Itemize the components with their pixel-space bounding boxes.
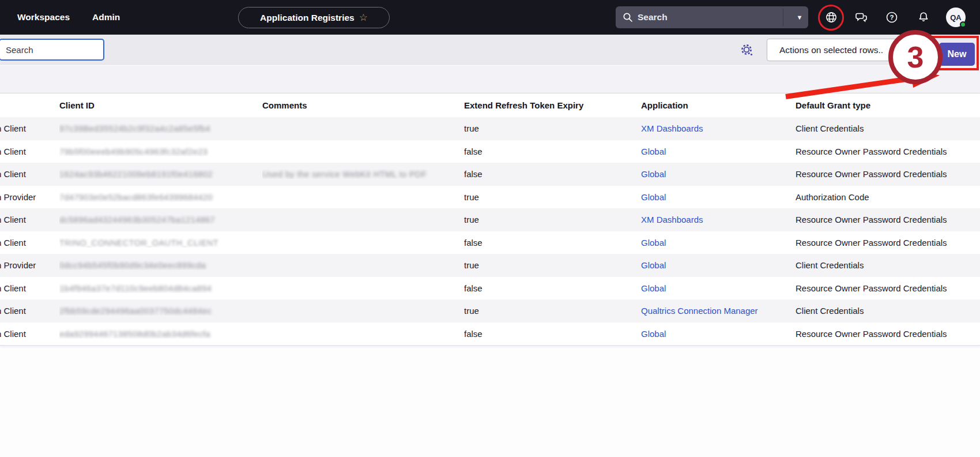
application-link[interactable]: Global xyxy=(641,260,666,270)
cell-type: h Client xyxy=(0,123,59,133)
cell-client-id: 1b4f946a37e7d110c9eeb804d84ca894 xyxy=(59,283,262,293)
cell-extend-refresh-token-expiry: true xyxy=(464,260,641,270)
page-toolbar: Actions on selected rows.. New xyxy=(0,35,980,65)
table-search-input[interactable] xyxy=(0,39,104,61)
cell-application: Global xyxy=(641,260,796,270)
globe-icon[interactable] xyxy=(819,0,844,35)
toolbar-substrip xyxy=(0,65,980,93)
cell-type: h Client xyxy=(0,329,59,339)
search-divider xyxy=(783,9,783,26)
table-row[interactable]: h Client1b4f946a37e7d110c9eeb804d84ca894… xyxy=(0,277,980,300)
avatar-initials: QA xyxy=(950,13,962,22)
nav-item-admin[interactable]: Admin xyxy=(92,0,120,35)
cell-default-grant-type: Authorization Code xyxy=(796,192,980,202)
cell-type: h Client xyxy=(0,238,59,248)
new-button[interactable]: New xyxy=(939,43,975,66)
cell-default-grant-type: Resource Owner Password Credentials xyxy=(796,283,980,293)
application-link[interactable]: Qualtrics Connection Manager xyxy=(641,306,758,316)
table-row[interactable]: h Clientdc5896ad43244963b305247ba1214867… xyxy=(0,208,980,231)
bell-icon[interactable] xyxy=(911,0,936,35)
cell-default-grant-type: Resource Owner Password Credentials xyxy=(796,238,980,248)
global-search-input[interactable] xyxy=(638,12,770,23)
favorite-star-icon[interactable]: ☆ xyxy=(359,12,368,24)
cell-application: Global xyxy=(641,169,796,179)
gear-icon[interactable] xyxy=(740,43,755,58)
cell-type: h Client xyxy=(0,283,59,293)
cell-type: h Client xyxy=(0,306,59,316)
cell-client-id: dc5896ad43244963b305247ba1214867 xyxy=(59,215,262,224)
cell-application: Global xyxy=(641,283,796,293)
application-link[interactable]: Global xyxy=(641,192,666,202)
application-registries-table: Client ID Comments Extend Refresh Token … xyxy=(0,93,980,346)
cell-client-id: 2fbb59cde294496aa0037750dc4484ec xyxy=(59,306,262,316)
cell-application: Global xyxy=(641,238,796,248)
table-row[interactable]: h Provider0dcc94b545f0b90d9c34e0eec899cd… xyxy=(0,254,980,277)
cell-extend-refresh-token-expiry: true xyxy=(464,192,641,202)
column-header-extend-refresh-token-expiry[interactable]: Extend Refresh Token Expiry xyxy=(464,100,641,110)
cell-client-id: 79b5f00eeeb49b905c4963fc32af2e23 xyxy=(59,147,262,156)
table-row[interactable]: h Provider7d47903e0e52bacd863fe643996844… xyxy=(0,186,980,209)
cell-extend-refresh-token-expiry: false xyxy=(464,283,641,293)
chat-icon[interactable] xyxy=(849,0,874,35)
avatar[interactable]: QA xyxy=(946,8,966,27)
cell-client-id: 1624ac93b46221009eb8191f0e416802 xyxy=(59,169,262,179)
table-row[interactable]: h Clienteda92994467138508d0b2ab34d6fecfa… xyxy=(0,323,980,346)
cell-client-id: 97c39Bed35524b2c9f32a4c2a85e5fb4 xyxy=(59,123,262,133)
table-row[interactable]: h Client2fbb59cde294496aa0037750dc4484ec… xyxy=(0,299,980,323)
help-icon[interactable]: ? xyxy=(879,0,904,35)
table-header-row: Client ID Comments Extend Refresh Token … xyxy=(0,93,980,117)
application-link[interactable]: Global xyxy=(641,238,666,248)
cell-extend-refresh-token-expiry: true xyxy=(464,306,641,316)
table-row[interactable]: h Client1624ac93b46221009eb8191f0e416802… xyxy=(0,163,980,186)
cell-default-grant-type: Client Credentials xyxy=(796,123,980,133)
column-header-client-id[interactable]: Client ID xyxy=(59,100,262,110)
cell-application: Global xyxy=(641,329,796,339)
column-header-comments[interactable]: Comments xyxy=(262,100,464,110)
top-nav: Workspaces Admin Application Registries … xyxy=(0,0,980,35)
application-link[interactable]: Global xyxy=(641,147,666,156)
cell-extend-refresh-token-expiry: false xyxy=(464,169,641,179)
nav-item-workspaces[interactable]: Workspaces xyxy=(17,0,70,35)
application-link[interactable]: Global xyxy=(641,283,666,293)
actions-dropdown-label: Actions on selected rows.. xyxy=(779,45,883,55)
global-search[interactable]: ▼ xyxy=(616,6,808,28)
application-link[interactable]: XM Dashboards xyxy=(641,123,703,133)
column-header-application[interactable]: Application xyxy=(641,100,796,110)
cell-default-grant-type: Client Credentials xyxy=(796,306,980,316)
table-body: h Client97c39Bed35524b2c9f32a4c2a85e5fb4… xyxy=(0,117,980,345)
cell-default-grant-type: Resource Owner Password Credentials xyxy=(796,147,980,156)
search-scope-caret[interactable]: ▼ xyxy=(791,6,808,28)
cell-type: h Client xyxy=(0,215,59,224)
application-link[interactable]: Global xyxy=(641,169,666,179)
cell-extend-refresh-token-expiry: false xyxy=(464,147,641,156)
cell-default-grant-type: Resource Owner Password Credentials xyxy=(796,329,980,339)
cell-extend-refresh-token-expiry: false xyxy=(464,329,641,339)
application-link[interactable]: XM Dashboards xyxy=(641,215,703,224)
cell-extend-refresh-token-expiry: true xyxy=(464,123,641,133)
cell-application: Global xyxy=(641,192,796,202)
table-row[interactable]: h Client97c39Bed35524b2c9f32a4c2a85e5fb4… xyxy=(0,117,980,140)
cell-application: Global xyxy=(641,147,796,156)
cell-extend-refresh-token-expiry: true xyxy=(464,215,641,224)
actions-on-selected-rows-dropdown[interactable]: Actions on selected rows.. xyxy=(767,39,898,61)
table-row[interactable]: h Client79b5f00eeeb49b905c4963fc32af2e23… xyxy=(0,140,980,163)
cell-type: h Provider xyxy=(0,192,59,202)
cell-type: h Client xyxy=(0,169,59,179)
cell-application: Qualtrics Connection Manager xyxy=(641,306,796,316)
presence-dot xyxy=(960,21,966,28)
cell-comments: Used by the service WebKit HTML to PDF xyxy=(262,169,464,179)
cell-default-grant-type: Resource Owner Password Credentials xyxy=(796,215,980,224)
application-link[interactable]: Global xyxy=(641,329,666,339)
cell-type: h Client xyxy=(0,147,59,156)
cell-client-id: 0dcc94b545f0b90d9c34e0eec899cda xyxy=(59,260,262,270)
cell-application: XM Dashboards xyxy=(641,123,796,133)
cell-client-id: TRINO_CONNECTOR_OAUTH_CLIENT xyxy=(59,238,262,248)
search-icon xyxy=(623,12,633,23)
table-row[interactable]: h ClientTRINO_CONNECTOR_OAUTH_CLIENTfals… xyxy=(0,231,980,254)
active-page-pill[interactable]: Application Registries ☆ xyxy=(238,7,390,28)
svg-text:?: ? xyxy=(889,14,894,21)
cell-extend-refresh-token-expiry: false xyxy=(464,238,641,248)
cell-application: XM Dashboards xyxy=(641,215,796,224)
cell-client-id: 7d47903e0e52bacd863fe64399684420 xyxy=(59,192,262,202)
column-header-default-grant-type[interactable]: Default Grant type xyxy=(796,100,980,110)
